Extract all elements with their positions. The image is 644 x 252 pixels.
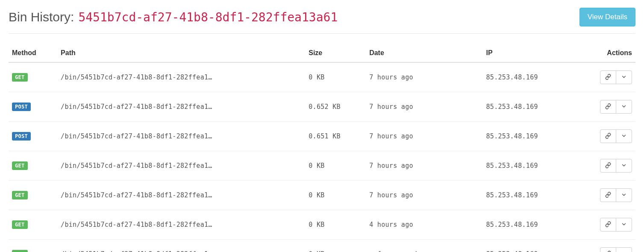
ip-cell: 85.253.48.169	[483, 121, 575, 151]
ip-cell: 85.253.48.169	[483, 151, 575, 180]
chevron-down-icon	[621, 162, 627, 169]
size-cell: 0 KB	[305, 210, 366, 239]
ip-cell: 85.253.48.169	[483, 62, 575, 92]
link-icon	[605, 74, 611, 81]
chevron-down-icon	[621, 74, 627, 81]
path-cell: /bin/5451b7cd-af27-41b8-8df1-282ffea1…	[57, 92, 305, 121]
link-icon	[605, 221, 611, 228]
history-table: Method Path Size Date IP Actions GET/bin…	[9, 45, 635, 252]
page-header: Bin History: 5451b7cd-af27-41b8-8df1-282…	[9, 8, 635, 34]
date-cell: 7 hours ago	[366, 121, 482, 151]
col-size: Size	[305, 45, 366, 62]
size-cell: 0 KB	[305, 151, 366, 180]
path-cell: /bin/5451b7cd-af27-41b8-8df1-282ffea1…	[57, 151, 305, 180]
view-details-button[interactable]: View Details	[579, 8, 635, 26]
expand-button[interactable]	[616, 218, 632, 231]
path-cell: /bin/5451b7cd-af27-41b8-8df1-282ffea1…	[57, 239, 305, 252]
method-badge: POST	[12, 103, 31, 111]
method-badge: POST	[12, 132, 31, 141]
table-row: GET/bin/5451b7cd-af27-41b8-8df1-282ffea1…	[9, 180, 635, 210]
action-button-group	[600, 188, 632, 202]
link-icon	[605, 103, 611, 110]
date-cell: 4 hours ago	[366, 210, 482, 239]
bin-id: 5451b7cd-af27-41b8-8df1-282ffea13a61	[78, 10, 338, 24]
date-cell: 7 hours ago	[366, 151, 482, 180]
permalink-button[interactable]	[600, 129, 616, 143]
permalink-button[interactable]	[600, 159, 616, 173]
ip-cell: 85.253.48.169	[483, 239, 575, 252]
date-cell: 7 hours ago	[366, 180, 482, 210]
table-row: GET/bin/5451b7cd-af27-41b8-8df1-282ffea1…	[9, 239, 635, 252]
size-cell: 0 KB	[305, 62, 366, 92]
chevron-down-icon	[621, 103, 627, 110]
method-badge: GET	[12, 191, 28, 199]
expand-button[interactable]	[616, 70, 632, 84]
action-button-group	[600, 100, 632, 114]
col-actions: Actions	[575, 45, 636, 62]
method-badge: GET	[12, 73, 28, 82]
expand-button[interactable]	[616, 129, 632, 143]
col-ip: IP	[483, 45, 575, 62]
path-cell: /bin/5451b7cd-af27-41b8-8df1-282ffea1…	[57, 121, 305, 151]
expand-button[interactable]	[616, 188, 632, 202]
date-cell: 7 hours ago	[366, 92, 482, 121]
method-badge: GET	[12, 220, 28, 229]
table-row: POST/bin/5451b7cd-af27-41b8-8df1-282ffea…	[9, 121, 635, 151]
method-badge: GET	[12, 161, 28, 170]
page-title: Bin History: 5451b7cd-af27-41b8-8df1-282…	[9, 10, 338, 24]
chevron-down-icon	[621, 133, 627, 140]
date-cell: 7 hours ago	[366, 62, 482, 92]
expand-button[interactable]	[616, 159, 632, 173]
date-cell: a few seconds ago	[366, 239, 482, 252]
col-path: Path	[57, 45, 305, 62]
size-cell: 0.651 KB	[305, 121, 366, 151]
link-icon	[605, 133, 611, 140]
col-method: Method	[9, 45, 57, 62]
table-row: GET/bin/5451b7cd-af27-41b8-8df1-282ffea1…	[9, 62, 635, 92]
permalink-button[interactable]	[600, 188, 616, 202]
ip-cell: 85.253.48.169	[483, 92, 575, 121]
table-row: GET/bin/5451b7cd-af27-41b8-8df1-282ffea1…	[9, 151, 635, 180]
col-date: Date	[366, 45, 482, 62]
path-cell: /bin/5451b7cd-af27-41b8-8df1-282ffea1…	[57, 180, 305, 210]
path-cell: /bin/5451b7cd-af27-41b8-8df1-282ffea1…	[57, 62, 305, 92]
size-cell: 0 KB	[305, 180, 366, 210]
ip-cell: 85.253.48.169	[483, 180, 575, 210]
permalink-button[interactable]	[600, 100, 616, 114]
action-button-group	[600, 218, 632, 231]
chevron-down-icon	[621, 192, 627, 199]
size-cell: 0 KB	[305, 239, 366, 252]
permalink-button[interactable]	[600, 247, 616, 252]
size-cell: 0.652 KB	[305, 92, 366, 121]
permalink-button[interactable]	[600, 218, 616, 231]
table-row: POST/bin/5451b7cd-af27-41b8-8df1-282ffea…	[9, 92, 635, 121]
action-button-group	[600, 247, 632, 252]
path-cell: /bin/5451b7cd-af27-41b8-8df1-282ffea1…	[57, 210, 305, 239]
link-icon	[605, 192, 611, 199]
ip-cell: 85.253.48.169	[483, 210, 575, 239]
method-badge: GET	[12, 250, 28, 252]
action-button-group	[600, 129, 632, 143]
table-row: GET/bin/5451b7cd-af27-41b8-8df1-282ffea1…	[9, 210, 635, 239]
permalink-button[interactable]	[600, 70, 616, 84]
action-button-group	[600, 70, 632, 84]
chevron-down-icon	[621, 221, 627, 228]
action-button-group	[600, 159, 632, 173]
link-icon	[605, 162, 611, 169]
page-title-prefix: Bin History:	[9, 10, 74, 24]
expand-button[interactable]	[616, 100, 632, 114]
expand-button[interactable]	[616, 247, 632, 252]
